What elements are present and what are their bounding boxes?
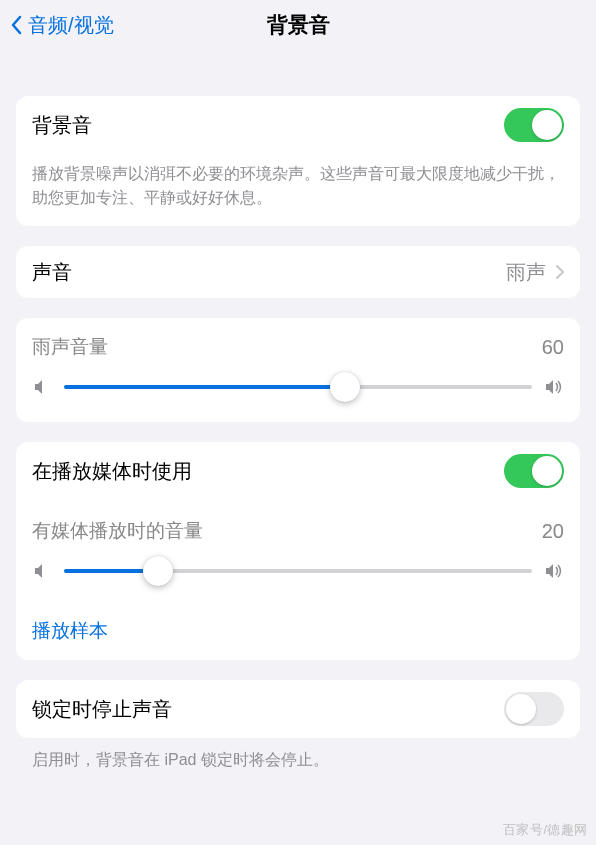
background-sound-group: 背景音 播放背景噪声以消弭不必要的环境杂声。这些声音可最大限度地减少干扰，助您更… — [16, 96, 580, 226]
volume-low-icon — [32, 377, 52, 397]
media-volume-label-row: 有媒体播放时的音量 20 — [16, 500, 580, 548]
media-volume-value: 20 — [542, 520, 564, 543]
watermark: 百家号/德趣网 — [503, 821, 588, 839]
media-volume-slider[interactable] — [64, 556, 532, 586]
stop-on-lock-label: 锁定时停止声音 — [32, 696, 504, 723]
media-group: 在播放媒体时使用 有媒体播放时的音量 20 播放样本 — [16, 442, 580, 660]
volume-high-icon — [544, 561, 564, 581]
sound-select-value: 雨声 — [506, 259, 546, 286]
page-title: 背景音 — [267, 11, 330, 39]
back-label: 音频/视觉 — [28, 12, 114, 39]
use-with-media-row: 在播放媒体时使用 — [16, 442, 580, 500]
volume-slider[interactable] — [64, 372, 532, 402]
volume-slider-row — [16, 364, 580, 422]
use-with-media-toggle[interactable] — [504, 454, 564, 488]
play-sample-row: 播放样本 — [16, 606, 580, 660]
chevron-left-icon — [10, 15, 22, 35]
stop-on-lock-toggle[interactable] — [504, 692, 564, 726]
volume-label-row: 雨声音量 60 — [16, 318, 580, 364]
background-sound-label: 背景音 — [32, 112, 504, 139]
volume-low-icon — [32, 561, 52, 581]
volume-high-icon — [544, 377, 564, 397]
media-volume-slider-row — [16, 548, 580, 606]
stop-on-lock-row: 锁定时停止声音 — [16, 680, 580, 738]
sound-select-label: 声音 — [32, 259, 506, 286]
background-sound-description: 播放背景噪声以消弭不必要的环境杂声。这些声音可最大限度地减少干扰，助您更加专注、… — [16, 154, 580, 226]
sound-select-group: 声音 雨声 — [16, 246, 580, 298]
stop-on-lock-description: 启用时，背景音在 iPad 锁定时将会停止。 — [0, 738, 596, 772]
use-with-media-label: 在播放媒体时使用 — [32, 458, 504, 485]
background-sound-toggle[interactable] — [504, 108, 564, 142]
volume-group: 雨声音量 60 — [16, 318, 580, 422]
nav-header: 音频/视觉 背景音 — [0, 0, 596, 50]
volume-label: 雨声音量 — [32, 334, 542, 360]
media-volume-label: 有媒体播放时的音量 — [32, 518, 542, 544]
back-button[interactable]: 音频/视觉 — [10, 12, 114, 39]
chevron-right-icon — [556, 265, 564, 279]
sound-select-row[interactable]: 声音 雨声 — [16, 246, 580, 298]
background-sound-row: 背景音 — [16, 96, 580, 154]
lock-group: 锁定时停止声音 — [16, 680, 580, 738]
volume-value: 60 — [542, 336, 564, 359]
play-sample-link[interactable]: 播放样本 — [32, 620, 108, 641]
